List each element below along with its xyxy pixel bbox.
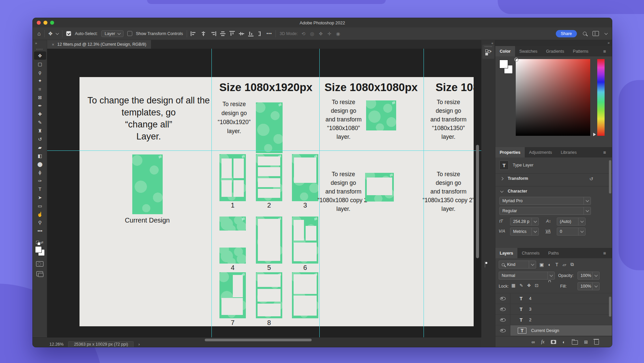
thumbnail-1080x1920[interactable]: ///: [256, 102, 283, 153]
align-top-icon[interactable]: [229, 31, 235, 36]
align-bottom-icon[interactable]: [248, 31, 254, 36]
visibility-eye-icon[interactable]: [500, 297, 506, 300]
font-style-dropdown[interactable]: Regular: [499, 207, 591, 215]
show-transform-checkbox[interactable]: [127, 31, 132, 36]
minimize-button[interactable]: [43, 21, 47, 25]
font-family-dropdown[interactable]: Myriad Pro: [499, 197, 591, 205]
hue-slider-handle[interactable]: [593, 133, 596, 136]
transform-section-row[interactable]: Transform: [501, 176, 612, 181]
brush-tool[interactable]: ✎: [34, 118, 46, 126]
frame-1080x1080-copy2[interactable]: ///: [365, 173, 394, 202]
filter-shape-icon[interactable]: ▱: [562, 262, 566, 267]
font-size-field[interactable]: 254.28 p: [510, 218, 539, 226]
home-icon[interactable]: ⌂: [37, 31, 41, 37]
add-mask-icon[interactable]: [551, 340, 556, 344]
adjustments[interactable]: Adjustments: [525, 147, 556, 157]
properties[interactable]: Properties: [495, 147, 525, 157]
new-layer-icon[interactable]: ⊞: [584, 339, 588, 345]
workspace-icon[interactable]: [593, 31, 599, 36]
delete-layer-icon[interactable]: [594, 340, 599, 345]
rectangular-marquee-tool[interactable]: ▢: [34, 60, 46, 68]
filter-type-icon[interactable]: T: [555, 262, 558, 267]
visibility-eye-icon[interactable]: [500, 329, 506, 332]
lock-artboard-icon[interactable]: ⊡: [535, 283, 538, 288]
lock-position-icon[interactable]: ✥: [527, 283, 531, 288]
new-group-icon[interactable]: [572, 340, 578, 345]
more-tools[interactable]: •••: [34, 227, 46, 235]
template-8[interactable]: ///: [256, 272, 282, 318]
chevron-down-icon[interactable]: [605, 31, 608, 35]
blur-tool[interactable]: ⬤: [34, 160, 46, 168]
align-right-icon[interactable]: [210, 31, 216, 36]
foreground-background-swatches[interactable]: [35, 246, 45, 256]
visibility-eye-icon[interactable]: [500, 308, 506, 311]
eraser-tool[interactable]: ▰: [34, 143, 46, 151]
layer-row[interactable]: T 3: [495, 304, 612, 315]
3d-orbit-icon[interactable]: ⟲: [302, 31, 306, 36]
toolbar-expand-icon[interactable]: »: [35, 41, 37, 45]
blend-mode-dropdown[interactable]: Normal: [499, 272, 555, 280]
template-5[interactable]: ///: [256, 217, 282, 264]
libraries[interactable]: Libraries: [556, 147, 581, 157]
object-selection-tool[interactable]: ✦: [34, 76, 46, 85]
filter-adjustment-icon[interactable]: ◐: [548, 262, 551, 267]
channels[interactable]: Channels: [517, 248, 544, 258]
distribute-vertical-icon[interactable]: [258, 31, 263, 36]
status-chevron-icon[interactable]: ›: [138, 342, 140, 347]
filter-image-icon[interactable]: ▣: [539, 262, 544, 267]
3d-roll-icon[interactable]: ◎: [310, 31, 314, 36]
template-6[interactable]: ///: [292, 217, 318, 264]
align-vertical-centers-icon[interactable]: [239, 31, 244, 36]
paths[interactable]: Paths: [544, 248, 563, 258]
filter-toggle-pill[interactable]: [485, 261, 485, 268]
swap-colors-row[interactable]: ⇄: [36, 241, 43, 244]
patterns[interactable]: Patterns: [569, 46, 593, 56]
eyedropper-tool[interactable]: ✒: [34, 101, 46, 110]
close-tab-icon[interactable]: ×: [52, 42, 54, 47]
frame-tool[interactable]: ⊠: [34, 93, 46, 101]
link-layers-icon[interactable]: ∞: [531, 339, 535, 345]
document-tab[interactable]: × 12 filters.psd @ 12.3% (Current Design…: [47, 40, 151, 49]
layer-row[interactable]: T Current Design: [495, 325, 612, 336]
share-button[interactable]: Share: [556, 30, 577, 37]
zoom-level-field[interactable]: 12.26%: [49, 342, 63, 347]
horizontal-scrollbar[interactable]: [205, 339, 312, 341]
canvas-viewport[interactable]: To change the design of all thetemplates…: [47, 49, 481, 337]
template-7[interactable]: ///: [219, 272, 246, 318]
dock-expand-icon[interactable]: »: [608, 41, 609, 45]
zoom-button[interactable]: [50, 21, 54, 25]
adjustment-layer-icon[interactable]: ◐: [562, 339, 565, 345]
color-picker-ring[interactable]: [514, 58, 518, 61]
quick-mask-icon[interactable]: [36, 261, 43, 267]
lasso-tool[interactable]: ϙ: [34, 68, 46, 76]
auto-select-checkbox[interactable]: [66, 31, 71, 36]
layer-filter-dropdown[interactable]: Kind: [499, 261, 536, 269]
move-tool[interactable]: ✥: [34, 51, 46, 60]
spot-healing-brush-tool[interactable]: ✚: [34, 110, 46, 118]
more-align-options-icon[interactable]: •••: [267, 31, 272, 36]
panel-scrollbar[interactable]: [609, 160, 611, 194]
type-tool[interactable]: T: [34, 185, 46, 193]
opacity-field[interactable]: 100%: [578, 272, 600, 280]
3d-camera-icon[interactable]: ◉: [336, 31, 340, 36]
lock-pixels-icon[interactable]: ✎: [519, 283, 523, 288]
color-swatches[interactable]: [499, 60, 513, 74]
layers-panel-menu-icon[interactable]: ≡: [603, 251, 606, 256]
rectangle-tool[interactable]: ▭: [34, 202, 46, 210]
toolbar-grip[interactable]: [36, 49, 43, 50]
dodge-tool[interactable]: ϕ: [34, 168, 46, 176]
character-section-row[interactable]: Character: [501, 189, 612, 194]
layer-effects-icon[interactable]: fx: [541, 339, 544, 345]
lock-transparency-icon[interactable]: ▦: [511, 283, 515, 288]
collapsed-panel-button[interactable]: ⟳: [482, 45, 494, 59]
transform-reset-icon[interactable]: ↺: [589, 176, 593, 182]
pen-tool[interactable]: ✑: [34, 176, 46, 185]
distribute-horizontal-icon[interactable]: [220, 31, 225, 36]
thumbnail-1080x1080[interactable]: ///: [366, 100, 396, 130]
history-brush-tool[interactable]: ↺: [34, 135, 46, 143]
align-horizontal-centers-icon[interactable]: [201, 31, 206, 36]
tracking-field[interactable]: 0: [557, 228, 586, 236]
hue-slider[interactable]: [597, 59, 605, 136]
layers[interactable]: Layers: [495, 248, 517, 258]
visibility-eye-icon[interactable]: [500, 318, 506, 322]
